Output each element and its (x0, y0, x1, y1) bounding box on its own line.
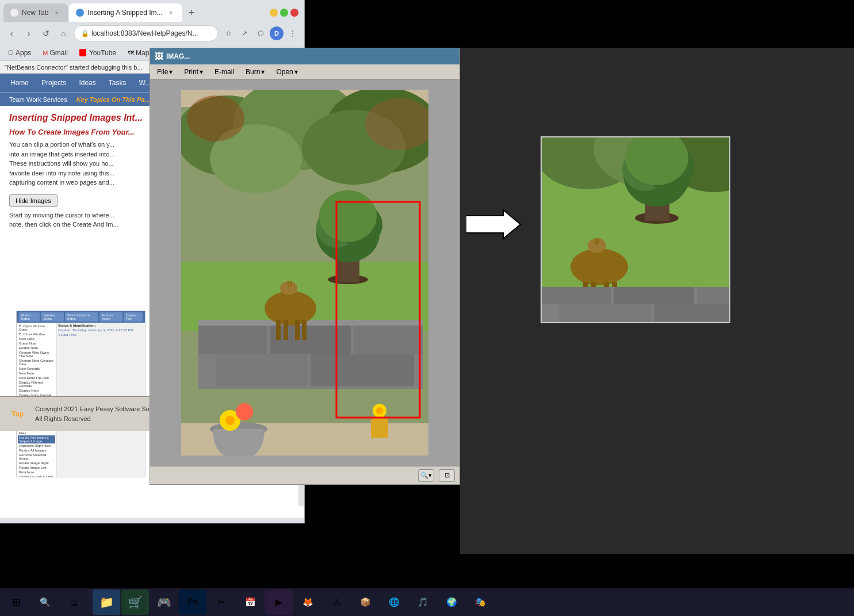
start-button[interactable]: ⊞ (2, 590, 30, 615)
hide-images-button[interactable]: Hide Images (9, 194, 58, 207)
forward-button[interactable]: › (22, 26, 36, 40)
svg-rect-66 (697, 287, 730, 304)
svg-rect-15 (216, 354, 308, 386)
iv-menu-print[interactable]: Print ▾ (179, 67, 208, 77)
iv-fit-button[interactable]: ⊡ (439, 469, 455, 482)
footer-top-link[interactable]: Top (12, 410, 24, 418)
ss-item-new-note: New Note (18, 371, 55, 376)
apps-icon: ⬡ (8, 49, 14, 56)
copyright-line2: All Rights Reserved (35, 415, 91, 422)
tab-new-tab[interactable]: New Tab × (3, 3, 68, 22)
browser-icons: ☆ ↗ ⬡ D ⋮ (221, 26, 300, 40)
iv-title-text: IMAG... (166, 52, 455, 60)
new-tab-button[interactable]: + (183, 5, 200, 21)
tab-inserting[interactable]: Inserting A Snipped Im... × (69, 3, 182, 22)
firefox-button[interactable]: 🦊 (294, 590, 321, 615)
calendar-button[interactable]: 📅 (236, 590, 264, 615)
tab-label-new: New Tab (22, 9, 48, 17)
tab-close-inserting[interactable]: × (166, 8, 175, 17)
nav2-highlight[interactable]: Key Topics On This Pa... (76, 96, 150, 103)
ss-item-create-snip: Create And Insert a Snipped Image (18, 435, 55, 443)
window-controls (270, 9, 301, 17)
close-button[interactable] (290, 9, 298, 17)
bookmark-apps-label: Apps (16, 49, 31, 57)
extension-button[interactable]: ⬡ (254, 26, 267, 40)
garden-svg (181, 90, 428, 456)
search-button[interactable]: 🔍 (31, 590, 59, 615)
menu-button[interactable]: ⋮ (286, 26, 300, 40)
result-image (541, 136, 730, 323)
svg-point-36 (236, 403, 253, 420)
ss-section-title: Status & Identification: (58, 324, 144, 327)
iv-menu-open[interactable]: Open ▾ (271, 67, 302, 77)
ss-item-print: Print Note (18, 470, 55, 475)
ss-item-enable: Enable Note (18, 346, 55, 350)
bookmark-star-button[interactable]: ☆ (221, 26, 235, 40)
media-button[interactable]: ▶ (265, 590, 293, 615)
file-explorer-button[interactable]: 📁 (93, 590, 120, 615)
package-button[interactable]: 📦 (351, 590, 379, 615)
network-button[interactable]: 🌐 (380, 590, 408, 615)
bookmark-gmail[interactable]: M Gmail (39, 48, 71, 58)
ss-item-remove: Remove Selected Image (18, 453, 55, 461)
address-input[interactable]: 🔒 localhost:8383/NewHelpPages/N... (74, 25, 218, 41)
ss-item-display-filtered: Display Filtered Records (18, 380, 55, 388)
ss-tab-quotes: Quotes Index (41, 312, 64, 322)
minimize-button[interactable] (270, 9, 278, 17)
sidebar-screenshot: Notes Index Quotes Index Work Sessions I… (16, 311, 145, 477)
nav-home[interactable]: Home (5, 76, 35, 89)
iv-menu-email[interactable]: E-mail (210, 67, 239, 77)
ss-item-new-file: New Enter File Link (18, 376, 55, 380)
tab-close-new[interactable]: × (52, 8, 61, 17)
svg-rect-16 (311, 354, 414, 386)
reload-button[interactable]: ↺ (39, 26, 53, 40)
bookmark-apps[interactable]: ⬡ Apps (5, 48, 35, 58)
ss-item-rotate-right: Rotate Image Right (18, 461, 55, 465)
maximize-button[interactable] (280, 9, 288, 17)
svg-rect-30 (295, 320, 300, 340)
cone-button[interactable]: ⚠ (323, 590, 350, 615)
address-text: localhost:8383/NewHelpPages/N... (91, 29, 198, 37)
svg-rect-68 (654, 304, 730, 322)
svg-point-35 (225, 416, 235, 425)
task-view-button[interactable]: 🗂 (60, 590, 87, 615)
share-button[interactable]: ↗ (238, 26, 251, 40)
photoshop-button[interactable]: Ps (179, 590, 206, 615)
svg-point-7 (187, 95, 244, 141)
nav2-teamwork[interactable]: Team Work Services (5, 95, 72, 104)
maps-icon: 🗺 (128, 49, 134, 56)
svg-point-22 (319, 190, 377, 242)
globe-button[interactable]: 🌍 (438, 590, 465, 615)
svg-marker-42 (466, 210, 520, 239)
ss-item-new-records: New Records (18, 366, 55, 371)
iv-menu-file[interactable]: File ▾ (152, 67, 177, 77)
taskbar-separator-1 (90, 593, 90, 611)
nav-projects[interactable]: Projects (36, 76, 72, 89)
footer-copyright: Copyright 2021 Easy Peasy Software Solut… (35, 404, 168, 423)
chrome-button[interactable]: 🎭 (466, 590, 494, 615)
snip-button[interactable]: ✂ (208, 590, 235, 615)
back-button[interactable]: ‹ (5, 26, 18, 40)
ss-item-clipboard: Clipboard Right Now (18, 443, 55, 448)
svg-rect-57 (595, 238, 597, 245)
svg-point-40 (376, 407, 383, 414)
ss-item-notelists: Note Lists (18, 336, 55, 341)
iv-menubar: File ▾ Print ▾ E-mail Burn ▾ Open ▾ (150, 64, 459, 79)
tab-label-inserting: Inserting A Snipped Im... (87, 9, 162, 17)
profile-button[interactable]: D (270, 26, 284, 40)
bookmark-youtube[interactable]: ▶ YouTube (76, 48, 120, 58)
svg-rect-58 (598, 238, 599, 244)
arrow-svg (466, 207, 523, 242)
home-button[interactable]: ⌂ (56, 26, 70, 40)
nav-tasks[interactable]: Tasks (103, 76, 132, 89)
ss-item-delete: Delete Or Lock A Until Page (18, 475, 55, 477)
iv-menu-burn[interactable]: Burn ▾ (241, 67, 269, 77)
iv-zoom-button[interactable]: 🔍▾ (418, 469, 434, 482)
game-button[interactable]: 🎮 (150, 590, 178, 615)
ss-item-rotate-left: Rotate Image Left (18, 465, 55, 470)
lock-icon: 🔒 (81, 30, 89, 37)
music-button[interactable]: 🎵 (409, 590, 436, 615)
taskbar: ⊞ 🔍 🗂 📁 🛒 🎮 Ps ✂ 📅 ▶ 🦊 ⚠ 📦 🌐 🎵 🌍 🎭 (0, 588, 854, 616)
store-button[interactable]: 🛒 (121, 590, 149, 615)
nav-ideas[interactable]: Ideas (73, 76, 101, 89)
